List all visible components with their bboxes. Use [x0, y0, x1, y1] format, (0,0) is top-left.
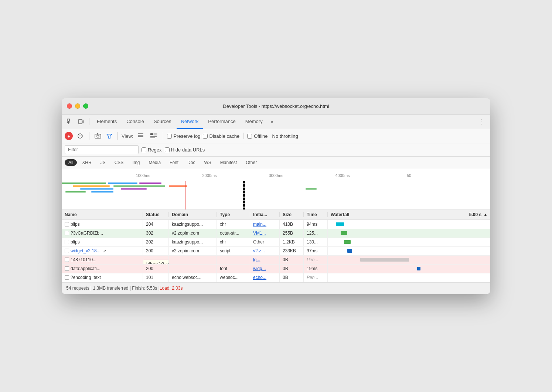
timeline-ruler: 1000ms 2000ms 3000ms 4000ms 50 [62, 169, 490, 178]
timeline-area: 1000ms 2000ms 3000ms 4000ms 50 [62, 169, 490, 210]
td-initiator[interactable]: lg... [250, 256, 280, 264]
td-status: 200 [143, 265, 169, 273]
clear-button[interactable] [75, 131, 85, 141]
regex-filter[interactable]: Regex [142, 147, 162, 153]
tick-1000: 1000ms [110, 173, 176, 178]
filter-input[interactable] [65, 145, 139, 154]
type-filter-js[interactable]: JS [97, 159, 109, 166]
tab-memory[interactable]: Memory [241, 114, 267, 129]
disable-cache-checkbox[interactable]: Disable cache [203, 133, 240, 139]
type-filter-doc[interactable]: Doc [184, 159, 199, 166]
td-domain: v2.zopim.com [169, 229, 217, 238]
tick-5000: 50 [376, 173, 442, 178]
td-name: blips [62, 238, 143, 246]
sort-arrow-icon: ▲ [484, 212, 487, 217]
tab-network[interactable]: Network [177, 114, 203, 129]
th-type[interactable]: Type [217, 212, 250, 217]
td-name: 148710110... [62, 256, 143, 264]
table-row[interactable]: blips 204 kaazingsuppo... xhr main... 41… [62, 220, 490, 229]
th-initiator[interactable]: Initia... [250, 212, 280, 217]
td-domain: v2.zopim.com [169, 247, 217, 255]
td-initiator[interactable]: widg... [250, 265, 280, 273]
type-filter-other[interactable]: Other [242, 159, 260, 166]
td-size: 233KB [280, 247, 304, 255]
type-filter-font[interactable]: Font [166, 159, 182, 166]
th-time[interactable]: Time [304, 212, 328, 217]
toolbar-separator-2 [117, 132, 118, 140]
device-toolbar-icon[interactable] [76, 116, 86, 127]
tab-console[interactable]: Console [122, 114, 149, 129]
filter-bar: Regex Hide data URLs [62, 143, 490, 157]
devtools-menu-button[interactable]: ⋮ [475, 117, 487, 126]
td-initiator[interactable]: VM1... [250, 229, 280, 238]
tab-more-button[interactable]: » [268, 114, 276, 129]
row-checkbox[interactable] [65, 266, 69, 271]
list-view-button[interactable] [136, 132, 146, 140]
waterfall-bar [347, 249, 352, 253]
th-size[interactable]: Size [280, 212, 304, 217]
hide-data-urls-filter[interactable]: Hide data URLs [165, 147, 205, 153]
minimize-button[interactable] [75, 103, 80, 109]
td-domain: kaazingsuppo... [169, 220, 217, 229]
row-checkbox[interactable] [65, 231, 69, 235]
tick-2000: 2000ms [176, 173, 243, 178]
tab-performance[interactable]: Performance [204, 114, 240, 129]
th-status[interactable]: Status [143, 212, 169, 217]
type-filter-manifest[interactable]: Manifest [217, 159, 241, 166]
th-name[interactable]: Name [62, 212, 143, 217]
type-filter-xhr[interactable]: XHR [78, 159, 95, 166]
offline-checkbox[interactable]: Offline [247, 133, 268, 139]
type-filter-ws[interactable]: WS [200, 159, 215, 166]
type-filter-css[interactable]: CSS [111, 159, 127, 166]
td-size: 0B [280, 273, 304, 282]
table-header: Name Status Domain Type Initia... Size T… [62, 210, 490, 220]
td-time: 125... [304, 229, 328, 238]
group-view-button[interactable] [148, 132, 159, 140]
svg-point-8 [97, 135, 99, 137]
preserve-log-checkbox[interactable]: Preserve log [167, 133, 201, 139]
row-checkbox[interactable] [65, 240, 69, 244]
row-checkbox[interactable] [65, 275, 69, 280]
table-row[interactable]: blips 202 kaazingsuppo... xhr Other 1.2K… [62, 238, 490, 247]
title-bar: Developer Tools - https://websocket.org/… [62, 98, 490, 115]
row-checkbox[interactable] [65, 222, 69, 226]
network-toolbar: ● View: [62, 129, 490, 143]
type-filter-img[interactable]: Img [129, 159, 143, 166]
td-time: 130... [304, 238, 328, 246]
type-filter-media[interactable]: Media [145, 159, 164, 166]
svg-rect-0 [67, 119, 69, 121]
table-row[interactable]: data:applicati... 200 font widg... 0B 19… [62, 265, 490, 273]
td-domain [169, 256, 217, 264]
th-waterfall[interactable]: Waterfall 5.00 s ▲ [328, 212, 490, 217]
filter-icon[interactable] [105, 133, 114, 139]
td-type: font [217, 265, 250, 273]
td-initiator[interactable]: v2.z... [250, 247, 280, 255]
inspect-element-icon[interactable] [65, 116, 75, 127]
tab-sources[interactable]: Sources [149, 114, 176, 129]
td-status: 101 [143, 273, 169, 282]
th-domain[interactable]: Domain [169, 212, 217, 217]
tab-elements[interactable]: Elements [92, 114, 121, 129]
type-filter-all[interactable]: All [65, 159, 77, 166]
td-initiator[interactable]: main... [250, 220, 280, 229]
devtools-tabs: Elements Console Sources Network Perform… [62, 115, 490, 129]
svg-rect-13 [150, 133, 153, 135]
td-initiator: Other [250, 238, 280, 246]
td-initiator[interactable]: echo... [250, 273, 280, 282]
record-button[interactable]: ● [65, 132, 73, 140]
tick-4000: 4000ms [309, 173, 376, 178]
table-row-tooltip[interactable]: 148710110... https://v2.zopim.com/bin/v/… [62, 256, 490, 265]
td-name: ?encoding=text [62, 273, 143, 282]
td-waterfall [328, 265, 490, 273]
table-row[interactable]: ?encoding=text 101 echo.websoc... websoc… [62, 273, 490, 282]
camera-icon[interactable] [93, 133, 103, 139]
table-row[interactable]: widget_v2.18... ↗ 200 v2.zopim.com scrip… [62, 247, 490, 256]
table-row[interactable]: ?3vCaGRDlZb... 302 v2.zopim.com octet-st… [62, 229, 490, 238]
close-button[interactable] [67, 103, 72, 109]
network-table: Name Status Domain Type Initia... Size T… [62, 210, 490, 282]
row-checkbox[interactable] [65, 249, 69, 253]
td-type [217, 256, 250, 264]
td-waterfall [328, 273, 490, 282]
row-checkbox[interactable] [65, 258, 69, 262]
maximize-button[interactable] [83, 103, 88, 109]
